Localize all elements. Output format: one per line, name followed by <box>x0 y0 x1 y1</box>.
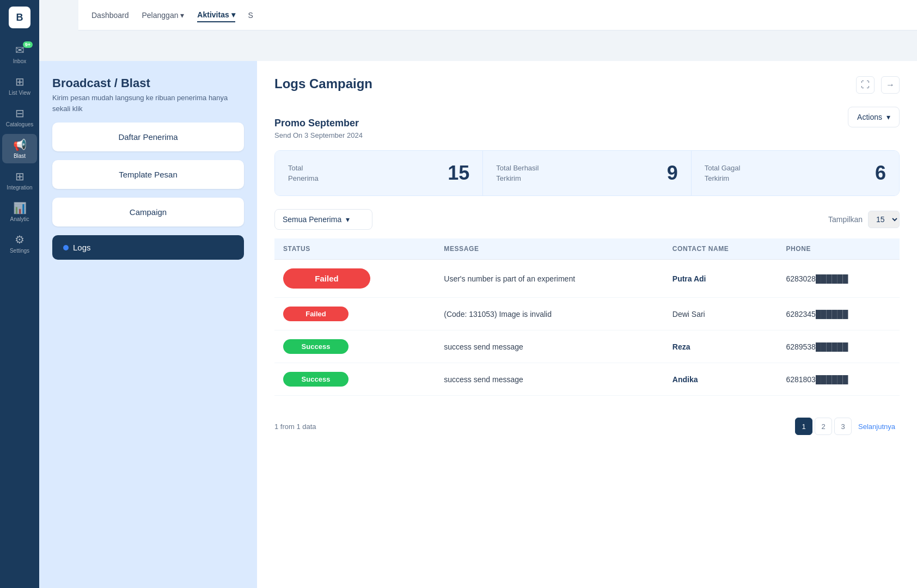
left-panel: Broadcast / Blast Kirim pesan mudah lang… <box>39 61 257 588</box>
pagination-info: 1 from 1 data <box>274 422 316 431</box>
tampilkan-row: Tampilkan 15 25 50 <box>828 211 900 228</box>
expand-icon[interactable]: ⛶ <box>856 76 875 94</box>
sidebar-item-inbox[interactable]: ✉ 9+ Inbox <box>2 39 37 69</box>
status-badge-4: Success <box>283 372 349 387</box>
stat-gagal: Total GagalTerkirim 6 <box>692 151 899 195</box>
stat-penerima-label: TotalPenerima <box>288 163 319 184</box>
status-cell-2: Failed <box>274 298 435 330</box>
top-nav-s[interactable]: S <box>248 9 253 22</box>
top-nav-aktivitas[interactable]: Aktivitas ▾ <box>197 8 235 22</box>
left-panel-title: Broadcast / Blast <box>52 76 244 90</box>
listview-icon: ⊞ <box>15 75 25 88</box>
logs-button[interactable]: Logs <box>52 235 244 260</box>
filter-penerima-label: Semua Penerima <box>283 215 341 224</box>
tampilkan-select[interactable]: 15 25 50 <box>868 211 900 228</box>
inbox-badge: 9+ <box>23 41 33 48</box>
sidebar-item-analytic[interactable]: 📊 Analytic <box>2 197 37 226</box>
send-date: Send On 3 September 2024 <box>274 131 363 139</box>
stat-berhasil-value: 9 <box>667 162 678 185</box>
sidebar-item-listview-label: List View <box>9 90 30 96</box>
sidebar-item-inbox-label: Inbox <box>13 58 26 64</box>
table-row: Failed User's number is part of an exper… <box>274 260 900 298</box>
page-btn-2[interactable]: 2 <box>815 418 832 435</box>
status-badge-2: Failed <box>283 307 349 321</box>
col-phone: PHONE <box>777 238 900 260</box>
contact-name-3: Reza <box>673 342 690 351</box>
phone-cell-3: 6289538██████ <box>777 330 900 363</box>
main-content: Logs Campaign ⛶ → Promo September Send O… <box>257 61 917 588</box>
actions-button[interactable]: Actions ▾ <box>848 107 900 127</box>
top-nav: Dashboard Pelanggan ▾ Aktivitas ▾ S <box>78 0 917 30</box>
contact-cell-4: Andika <box>664 363 778 396</box>
filter-chevron-icon: ▾ <box>346 215 350 224</box>
col-message: MESSAGE <box>435 238 664 260</box>
page-title: Logs Campaign <box>274 76 372 91</box>
campaign-button[interactable]: Campaign <box>52 198 244 226</box>
sidebar-item-settings-label: Settings <box>10 248 29 254</box>
phone-cell-2: 6282345██████ <box>777 298 900 330</box>
analytic-icon: 📊 <box>13 201 27 215</box>
sidebar-item-settings[interactable]: ⚙ Settings <box>2 229 37 258</box>
message-cell-4: success send message <box>435 363 664 396</box>
sidebar-item-listview[interactable]: ⊞ List View <box>2 71 37 100</box>
template-pesan-button[interactable]: Template Pesan <box>52 160 244 189</box>
logs-dot <box>63 245 69 250</box>
sidebar-item-integration-label: Integration <box>7 185 32 191</box>
tampilkan-label: Tampilkan <box>828 215 863 224</box>
status-cell-4: Success <box>274 363 435 396</box>
stat-berhasil-label: Total BerhasilTerkirim <box>496 163 539 184</box>
logs-button-label: Logs <box>73 243 91 252</box>
status-cell-1: Failed <box>274 260 435 298</box>
sidebar-item-catalogues-label: Catalogues <box>6 121 34 127</box>
status-badge-3: Success <box>283 339 349 354</box>
stat-gagal-label: Total GagalTerkirim <box>705 163 741 184</box>
actions-chevron-icon: ▾ <box>887 113 890 121</box>
stats-row: TotalPenerima 15 Total BerhasilTerkirim … <box>274 150 900 196</box>
integration-icon: ⊞ <box>15 170 25 183</box>
top-nav-pelanggan[interactable]: Pelanggan ▾ <box>142 9 185 22</box>
main-header: Logs Campaign ⛶ → <box>274 76 900 94</box>
stat-penerima-value: 15 <box>448 162 469 185</box>
logs-table: STATUS MESSAGE CONTACT NAME PHONE Failed… <box>274 238 900 396</box>
message-cell-3: success send message <box>435 330 664 363</box>
status-badge-1: Failed <box>283 268 370 289</box>
page-btn-3[interactable]: 3 <box>834 418 852 435</box>
settings-icon: ⚙ <box>15 233 25 246</box>
message-cell-2: (Code: 131053) Image is invalid <box>435 298 664 330</box>
sidebar-item-blast-label: Blast <box>14 153 26 159</box>
contact-cell-1: Putra Adi <box>664 260 778 298</box>
sidebar-item-blast[interactable]: 📢 Blast <box>2 134 37 163</box>
top-nav-dashboard[interactable]: Dashboard <box>91 9 129 22</box>
table-row: Success success send message Andika 6281… <box>274 363 900 396</box>
table-row: Success success send message Reza 628953… <box>274 330 900 363</box>
arrow-right-icon[interactable]: → <box>881 76 900 94</box>
table-row: Failed (Code: 131053) Image is invalid D… <box>274 298 900 330</box>
sidebar-item-catalogues[interactable]: ⊟ Catalogues <box>2 102 37 132</box>
message-cell-1: User's number is part of an experiment <box>435 260 664 298</box>
filter-row: Semua Penerima ▾ Tampilkan 15 25 50 <box>274 209 900 230</box>
contact-cell-3: Reza <box>664 330 778 363</box>
stat-total-penerima: TotalPenerima 15 <box>275 151 483 195</box>
blast-icon: 📢 <box>13 138 27 151</box>
app-logo: B <box>9 7 30 28</box>
contact-name-1: Putra Adi <box>673 274 706 283</box>
stat-berhasil: Total BerhasilTerkirim 9 <box>483 151 691 195</box>
pagination-row: 1 from 1 data 1 2 3 Selanjutnya <box>274 409 900 435</box>
campaign-name: Promo September <box>274 118 363 129</box>
stat-gagal-value: 6 <box>875 162 886 185</box>
col-status: STATUS <box>274 238 435 260</box>
daftar-penerima-button[interactable]: Daftar Penerima <box>52 122 244 151</box>
sidebar-item-integration[interactable]: ⊞ Integration <box>2 166 37 195</box>
icon-sidebar: B ✉ 9+ Inbox ⊞ List View ⊟ Catalogues 📢 … <box>0 0 39 588</box>
actions-button-label: Actions <box>857 113 882 121</box>
col-contact: CONTACT NAME <box>664 238 778 260</box>
pagination-buttons: 1 2 3 Selanjutnya <box>795 418 900 435</box>
sidebar-item-analytic-label: Analytic <box>10 216 29 222</box>
contact-cell-2: Dewi Sari <box>664 298 778 330</box>
page-next-btn[interactable]: Selanjutnya <box>854 422 900 431</box>
left-panel-subtitle: Kirim pesan mudah langsung ke ribuan pen… <box>52 93 244 114</box>
catalogues-icon: ⊟ <box>15 107 25 120</box>
page-btn-1[interactable]: 1 <box>795 418 812 435</box>
filter-penerima-select[interactable]: Semua Penerima ▾ <box>274 209 372 230</box>
phone-cell-4: 6281803██████ <box>777 363 900 396</box>
